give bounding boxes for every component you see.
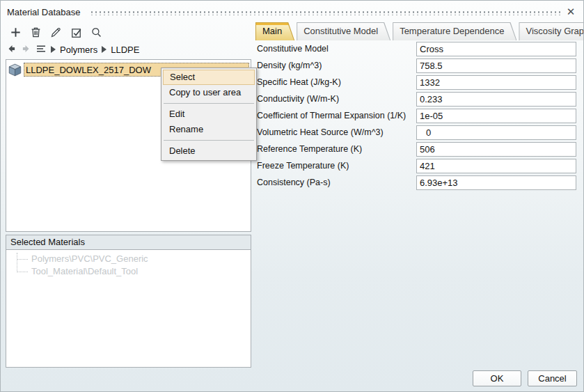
tab-main[interactable]: Main (255, 22, 294, 40)
menu-separator (164, 140, 254, 141)
form-row: Density (kg/m^3) (257, 58, 578, 75)
delete-button[interactable] (29, 26, 42, 38)
apply-selection-button[interactable] (70, 26, 82, 38)
tab-constitutive-model[interactable]: Constitutive Model (297, 22, 390, 40)
field-label-reference-temperature: Reference Temperature (K) (257, 142, 362, 157)
form-row: Volumetric Heat Source (W/m^3) (257, 125, 578, 142)
search-icon (90, 26, 102, 38)
specific-heat-input[interactable] (416, 75, 576, 90)
menu-item-edit[interactable]: Edit (163, 107, 255, 122)
tab-bar: Main Constitutive Model Temperature Depe… (255, 22, 584, 40)
main-tab-form: Constitutive Model Density (kg/m^3) Spec… (257, 42, 578, 192)
consistency-input[interactable] (416, 175, 576, 190)
density-input[interactable] (416, 58, 576, 73)
breadcrumb-arrow-icon (51, 46, 56, 53)
tab-temperature-dependence[interactable]: Temperature Dependence (393, 22, 516, 40)
field-label-volumetric-heat-source: Volumetric Heat Source (W/m^3) (257, 125, 384, 140)
form-row: Specific Heat (J/kg-K) (257, 75, 578, 92)
breadcrumb-segment-lldpe[interactable]: LLDPE (111, 45, 139, 55)
menu-item-rename[interactable]: Rename (163, 122, 255, 137)
form-row: Constitutive Model (257, 42, 578, 58)
selected-materials-header: Selected Materials (6, 235, 251, 249)
trash-icon (30, 26, 42, 38)
conductivity-input[interactable] (416, 92, 576, 107)
back-arrow-icon[interactable] (6, 44, 17, 56)
breadcrumb-segment-polymers[interactable]: Polymers (60, 45, 97, 55)
form-row: Reference Temperature (K) (257, 142, 578, 159)
selected-material-entry[interactable]: Polymers\PVC\PVC_Generic (6, 253, 251, 265)
volumetric-heat-source-input[interactable] (416, 125, 576, 140)
form-row: Conductivity (W/m-K) (257, 92, 578, 109)
field-label-density: Density (kg/m^3) (257, 58, 322, 73)
thermal-expansion-input[interactable] (416, 109, 576, 123)
toolbar (9, 24, 102, 40)
field-label-thermal-expansion: Coefficient of Thermal Expansion (1/K) (257, 109, 406, 123)
menu-separator (164, 103, 254, 104)
field-label-constitutive-model: Constitutive Model (257, 42, 329, 56)
add-button[interactable] (9, 26, 22, 38)
plus-icon (10, 26, 22, 38)
constitutive-model-input[interactable] (416, 42, 576, 56)
form-row: Consistency (Pa-s) (257, 175, 578, 192)
close-icon[interactable]: ✕ (565, 6, 577, 18)
drag-handle[interactable] (90, 10, 563, 15)
material-cube-icon (8, 63, 24, 77)
pencil-icon (50, 26, 62, 38)
forward-arrow-icon[interactable] (21, 44, 31, 56)
ok-button[interactable]: OK (473, 370, 521, 386)
form-row: Coefficient of Thermal Expansion (1/K) (257, 109, 578, 125)
cancel-button[interactable]: Cancel (528, 370, 577, 386)
selected-material-entry[interactable]: Tool_Material\Default_Tool (6, 265, 251, 278)
checkbox-check-icon (70, 26, 82, 38)
title-bar: Material Database ✕ (1, 1, 583, 22)
field-label-consistency: Consistency (Pa-s) (257, 175, 331, 190)
search-button[interactable] (90, 26, 102, 38)
edit-button[interactable] (49, 26, 62, 38)
menu-item-select[interactable]: Select (163, 70, 255, 85)
menu-item-copy-to-user-area[interactable]: Copy to user area (163, 85, 255, 100)
field-label-specific-heat: Specific Heat (J/kg-K) (257, 75, 341, 90)
selected-materials-list[interactable]: Polymers\PVC\PVC_Generic Tool_Material\D… (6, 249, 251, 368)
material-database-dialog: Material Database ✕ (0, 0, 584, 392)
freeze-temperature-input[interactable] (416, 159, 576, 173)
breadcrumb-arrow-icon (102, 46, 106, 53)
field-label-freeze-temperature: Freeze Temperature (K) (257, 159, 349, 173)
list-icon[interactable] (35, 44, 47, 56)
context-menu: Select Copy to user area Edit Rename Del… (161, 68, 257, 161)
reference-temperature-input[interactable] (416, 142, 576, 157)
tab-viscosity-graph[interactable]: Viscosity Graph (519, 22, 584, 40)
menu-item-delete[interactable]: Delete (163, 143, 255, 159)
dialog-title: Material Database (7, 7, 81, 17)
form-row: Freeze Temperature (K) (257, 159, 578, 175)
field-label-conductivity: Conductivity (W/m-K) (257, 92, 339, 107)
breadcrumb: Polymers LLDPE (6, 43, 139, 56)
